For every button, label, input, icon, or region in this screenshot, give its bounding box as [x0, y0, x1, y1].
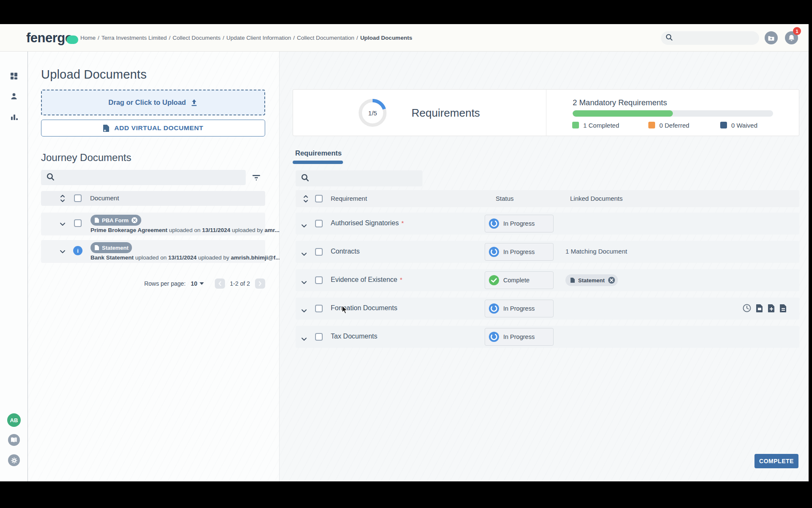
requirement-checkbox[interactable]	[315, 248, 323, 256]
breadcrumb-item[interactable]: Collect Documents	[173, 35, 220, 41]
reports-icon[interactable]	[9, 112, 19, 122]
previous-page-button[interactable]	[215, 279, 225, 289]
folder-plus-icon	[768, 34, 775, 41]
select-all-requirements-checkbox[interactable]	[315, 195, 323, 202]
legend-waived: 0 Waived	[720, 120, 757, 130]
status-badge[interactable]: In Progress	[485, 328, 554, 346]
complete-button[interactable]: COMPLETE	[754, 454, 798, 468]
breadcrumb-item[interactable]: Collect Documentation	[297, 35, 354, 41]
requirement-name: Tax Documents	[331, 333, 377, 340]
user-avatar[interactable]: AB	[7, 413, 21, 427]
upload-dropzone[interactable]: Drag or Click to Upload	[41, 90, 265, 115]
gear-icon	[11, 457, 18, 464]
knowledge-base-button[interactable]	[8, 434, 20, 446]
in-progress-icon	[488, 246, 499, 257]
document-type-label: Statement	[102, 245, 129, 251]
caret-down-icon	[200, 282, 204, 285]
deferred-swatch	[648, 122, 655, 128]
breadcrumb-separator: /	[222, 35, 224, 41]
settings-button[interactable]	[8, 454, 20, 466]
select-all-documents-checkbox[interactable]	[74, 194, 82, 202]
document-type-badge[interactable]: PBA Form	[91, 215, 141, 226]
document-details-icon[interactable]	[779, 304, 787, 313]
status-badge[interactable]: Complete	[485, 271, 554, 289]
journey-documents-search-input[interactable]	[55, 170, 246, 185]
chevron-down-icon[interactable]	[301, 222, 307, 228]
requirements-progress-fraction: 1/5	[359, 99, 387, 127]
chevron-down-icon[interactable]	[301, 250, 307, 256]
requirement-name: Evidence of Existence*	[331, 276, 402, 284]
breadcrumb-item[interactable]: Home	[80, 35, 96, 41]
requirement-row[interactable]: Formation Documents In Progress	[296, 298, 799, 320]
add-entity-button[interactable]	[765, 31, 778, 44]
requirement-row[interactable]: Authorised Signatories* In Progress	[296, 213, 799, 235]
global-search-input[interactable]	[673, 31, 759, 45]
journey-document-row[interactable]: PBA Form Prime Brokerage Agreement uploa…	[41, 213, 265, 235]
status-badge[interactable]: In Progress	[485, 300, 554, 317]
row-hover-actions	[742, 303, 787, 313]
requirement-row[interactable]: Evidence of Existence* Complete Statemen…	[296, 269, 799, 291]
status-label: In Progress	[503, 333, 535, 340]
requirement-checkbox[interactable]	[315, 220, 323, 227]
chevron-down-icon[interactable]	[60, 220, 66, 226]
status-badge[interactable]: In Progress	[485, 243, 554, 261]
document-description: Prime Brokerage Agreement uploaded on 13…	[91, 227, 280, 233]
upload-document-icon[interactable]	[756, 304, 763, 313]
clients-icon[interactable]	[9, 91, 19, 101]
sort-icon[interactable]	[303, 195, 309, 205]
tab-requirements[interactable]: Requirements	[295, 149, 342, 157]
requirement-checkbox[interactable]	[315, 276, 323, 284]
search-icon	[665, 33, 673, 43]
icon-rail: AB	[0, 52, 28, 481]
fenergo-logo[interactable]: fenergo	[26, 30, 78, 46]
next-page-button[interactable]	[255, 279, 265, 289]
status-badge[interactable]: In Progress	[485, 215, 554, 232]
waived-label: 0 Waived	[731, 122, 757, 129]
rows-per-page-label: Rows per page:	[144, 280, 186, 287]
add-virtual-document-button[interactable]: ADD VIRTUAL DOCUMENT	[41, 120, 265, 137]
mandatory-progress-fill	[573, 110, 673, 117]
status-label: In Progress	[503, 220, 535, 227]
journey-documents-search	[41, 170, 246, 185]
logo-text: fenergo	[26, 30, 73, 46]
mouse-cursor	[342, 305, 349, 316]
requirements-summary-card: 1/5 Requirements 2 Mandatory Requirement…	[293, 89, 799, 136]
journey-table-header: Document	[41, 191, 265, 206]
document-type-badge[interactable]: Statement	[91, 242, 132, 253]
chevron-down-icon[interactable]	[301, 335, 307, 341]
chevron-down-icon[interactable]	[301, 279, 307, 284]
dashboard-icon[interactable]	[9, 71, 19, 81]
journey-document-row[interactable]: i Statement Bank Statement uploaded on 1…	[41, 240, 265, 263]
remove-badge-icon[interactable]	[131, 217, 138, 224]
breadcrumb-item[interactable]: Terra Investments Limited	[102, 35, 167, 41]
status-label: Complete	[503, 277, 529, 284]
remove-linked-document-icon[interactable]	[608, 276, 615, 284]
tab-active-indicator	[293, 161, 343, 164]
requirements-search	[296, 170, 422, 186]
in-progress-icon	[488, 218, 499, 229]
requirement-checkbox[interactable]	[315, 333, 323, 341]
global-search	[661, 31, 759, 45]
info-icon[interactable]: i	[73, 246, 82, 255]
rows-per-page-select[interactable]: 10	[191, 280, 204, 287]
requirements-search-input[interactable]	[309, 170, 422, 186]
mandatory-progress-bar	[573, 110, 773, 117]
sort-icon[interactable]	[60, 194, 66, 204]
filter-icon[interactable]	[251, 172, 261, 183]
requirement-checkbox[interactable]	[315, 305, 323, 312]
requirement-row[interactable]: Tax Documents In Progress	[296, 326, 799, 348]
linked-document-badge[interactable]: Statement	[565, 274, 618, 286]
complete-icon	[488, 275, 499, 286]
matching-documents-link[interactable]: 1 Matching Document	[565, 248, 627, 255]
history-icon[interactable]	[742, 303, 752, 313]
requirement-row[interactable]: Contracts In Progress 1 Matching Documen…	[296, 241, 799, 263]
deferred-label: 0 Deferred	[659, 122, 689, 129]
chevron-down-icon[interactable]	[301, 307, 307, 313]
chevron-down-icon[interactable]	[60, 248, 66, 254]
breadcrumb-item[interactable]: Update Client Information	[226, 35, 291, 41]
document-icon	[570, 277, 575, 283]
linked-documents-column-header: Linked Documents	[570, 195, 623, 202]
add-virtual-document-icon[interactable]	[768, 304, 775, 313]
breadcrumb-separator: /	[357, 35, 358, 41]
document-row-checkbox[interactable]	[74, 219, 82, 227]
